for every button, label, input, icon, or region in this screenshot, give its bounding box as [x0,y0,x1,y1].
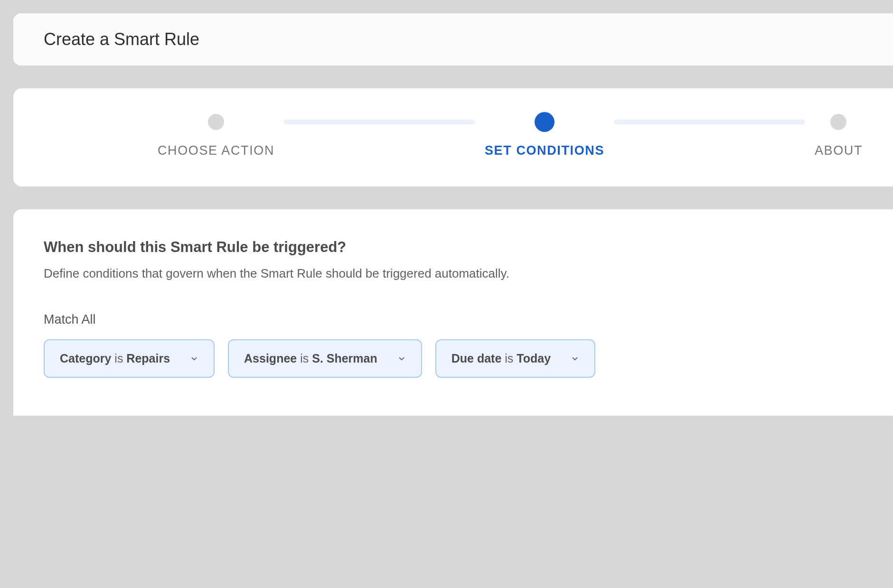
header-card: Create a Smart Rule [13,13,893,65]
condition-operator: is [300,352,309,365]
condition-field: Due date [451,352,502,365]
section-subtitle: Define conditions that govern when the S… [44,266,863,281]
chevron-down-icon [397,355,406,363]
step-dot [830,114,846,130]
condition-chip-text: Assignee is S. Sherman [244,352,377,365]
step-label: ABOUT [815,143,863,158]
step-about[interactable]: ABOUT [815,114,863,158]
section-title: When should this Smart Rule be triggered… [44,239,863,256]
step-choose-action[interactable]: CHOOSE ACTION [158,114,274,158]
condition-chip-row: Category is Repairs Assignee is S. Sherm… [44,339,863,378]
condition-value: S. Sherman [312,352,377,365]
condition-value: Repairs [126,352,170,365]
condition-operator: is [114,352,123,365]
step-dot [535,112,555,132]
chevron-down-icon [190,355,198,363]
chevron-down-icon [571,355,579,363]
step-label: SET CONDITIONS [485,143,604,158]
step-dot [208,114,224,130]
condition-chip-assignee[interactable]: Assignee is S. Sherman [228,339,422,378]
condition-field: Assignee [244,352,297,365]
condition-operator: is [505,352,513,365]
content-card: When should this Smart Rule be triggered… [13,209,893,416]
condition-chip-text: Due date is Today [451,352,551,365]
condition-field: Category [60,352,111,365]
condition-chip-due-date[interactable]: Due date is Today [435,339,595,378]
step-label: CHOOSE ACTION [158,143,274,158]
step-connector [284,120,475,124]
condition-chip-text: Category is Repairs [60,352,170,365]
condition-value: Today [517,352,551,365]
step-connector [614,120,805,124]
stepper-card: CHOOSE ACTION SET CONDITIONS ABOUT [13,88,893,187]
condition-chip-category[interactable]: Category is Repairs [44,339,215,378]
condition-group-label: Match All [44,312,863,327]
stepper: CHOOSE ACTION SET CONDITIONS ABOUT [44,114,863,158]
step-set-conditions[interactable]: SET CONDITIONS [485,114,604,158]
page-title: Create a Smart Rule [44,29,863,49]
